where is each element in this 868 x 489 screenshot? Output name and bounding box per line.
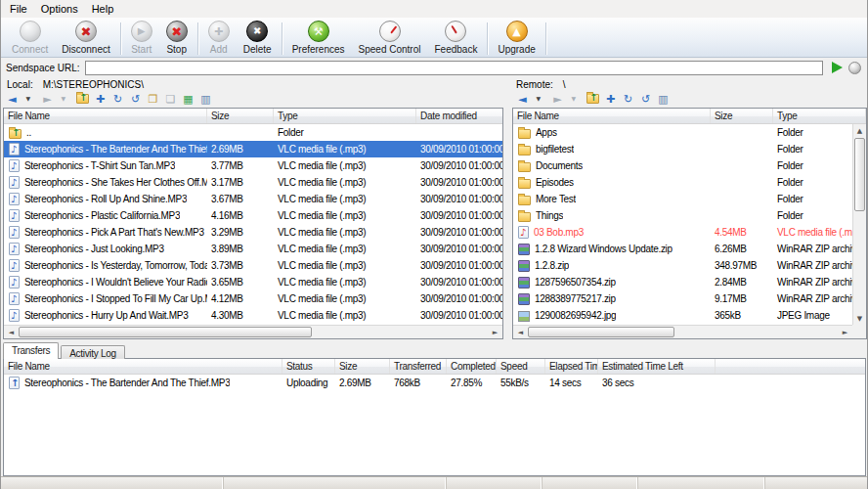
local-forward-button[interactable]: ► (39, 91, 56, 107)
delete-button[interactable]: ✖Delete (237, 20, 279, 55)
file-row[interactable]: ♪Stereophonics - I Stopped To Fill My Ca… (4, 290, 502, 307)
add-button[interactable]: ✚Add (201, 20, 237, 55)
scroll-right-button[interactable]: ► (488, 326, 502, 338)
menu-item-file[interactable]: File (3, 1, 34, 17)
speed-control-button[interactable]: Speed Control (352, 20, 428, 55)
scroll-track[interactable] (528, 326, 838, 338)
column-header-size[interactable]: Size (335, 359, 390, 374)
scroll-right-button[interactable]: ► (838, 326, 852, 338)
column-header-estimated-time-left[interactable]: Estimated Time Left (598, 359, 716, 374)
file-row[interactable]: ThingsFolder (513, 207, 852, 224)
scroll-left-button[interactable]: ◄ (513, 326, 528, 338)
connect-button[interactable]: Connect (5, 20, 55, 55)
remote-sync-button[interactable]: ↺ (637, 91, 654, 107)
file-row[interactable]: ♪Stereophonics - T-Shirt Sun Tan.MP33.77… (4, 157, 502, 174)
remote-forward-history-dropdown[interactable]: ▼ (567, 91, 584, 107)
local-forward-history-dropdown[interactable]: ▼ (57, 91, 73, 107)
file-row[interactable]: ♪Stereophonics - Plastic California.MP34… (4, 207, 502, 224)
preferences-button[interactable]: ⚒Preferences (285, 20, 352, 55)
local-chart-button[interactable]: ▦ (180, 91, 196, 107)
file-row[interactable]: bigfiletestFolder (513, 141, 852, 157)
file-row[interactable]: ♪03 Bob.mp34.54MBVLC media file (.mp3) (513, 224, 852, 241)
status-bar (1, 476, 867, 489)
file-row[interactable]: 1.2.8 Wizard Windows Update.zip6.26MBWin… (513, 241, 852, 257)
scroll-thumb[interactable] (528, 327, 674, 337)
local-paste-button[interactable]: ❏ (162, 91, 179, 107)
scroll-down-button[interactable]: ▼ (853, 312, 866, 325)
disconnect-button[interactable]: ✖Disconnect (55, 20, 116, 55)
remote-back-history-dropdown[interactable]: ▼ (532, 91, 548, 107)
remote-preview-button[interactable]: ▥ (655, 91, 672, 107)
upgrade-button[interactable]: ▲Upgrade (491, 20, 542, 55)
scroll-track[interactable] (19, 326, 488, 338)
sendspace-url-input[interactable] (85, 61, 823, 75)
remote-new-folder-button[interactable]: ✚ (602, 91, 619, 107)
menu-item-help[interactable]: Help (85, 1, 121, 17)
local-list-rows: ↑..Folder♪Stereophonics - The Bartender … (4, 124, 502, 325)
tab-activity-log[interactable]: Activity Log (61, 345, 125, 359)
local-h-scrollbar[interactable]: ◄ ► (4, 325, 502, 338)
local-parent-folder-button[interactable]: ↑ (74, 91, 91, 107)
column-header-elapsed-time[interactable]: Elapsed Time (545, 359, 598, 374)
local-new-folder-button[interactable]: ✚ (92, 91, 108, 107)
file-row[interactable]: 1288389775217.zip9.17MBWinRAR ZIP archiv… (513, 290, 852, 307)
scroll-track[interactable] (853, 137, 866, 312)
file-row[interactable]: More TestFolder (513, 191, 852, 207)
file-name: 1287596507354.zip (535, 277, 616, 288)
file-row[interactable]: ♪Stereophonics - Roll Up And Shine.MP33.… (4, 191, 502, 207)
local-preview-button[interactable]: ▥ (197, 91, 214, 107)
note-glyph: ♪ (11, 177, 17, 189)
file-row[interactable]: ♪Stereophonics - The Bartender And The T… (4, 141, 502, 157)
remote-h-scrollbar[interactable]: ◄ ► (513, 325, 852, 338)
file-row[interactable]: ♪Stereophonics - Just Looking.MP33.89MBV… (4, 241, 502, 257)
file-row[interactable]: ♪Stereophonics - She Takes Her Clothes O… (4, 174, 502, 191)
remote-refresh-button[interactable]: ↻ (620, 91, 636, 107)
file-row[interactable]: ♪Stereophonics - I Wouldn't Believe Your… (4, 274, 502, 290)
local-copy-button[interactable]: ❐ (145, 91, 161, 107)
tab-transfers[interactable]: Transfers (3, 342, 59, 359)
url-go-button[interactable] (830, 61, 844, 74)
column-header-transferred[interactable]: Transferred (390, 359, 447, 374)
file-row[interactable]: ↑..Folder (4, 124, 502, 141)
column-header-file-name[interactable]: File Name (513, 109, 711, 123)
url-history-button[interactable] (848, 62, 861, 74)
column-header-size[interactable]: Size (711, 109, 773, 123)
file-row[interactable]: 1290082695942.jpg365kBJPEG Image (513, 307, 852, 324)
local-back-history-dropdown[interactable]: ▼ (22, 91, 38, 107)
column-header-file-name[interactable]: File Name (4, 109, 207, 123)
stop-button[interactable]: ✖Stop (159, 20, 195, 55)
file-row[interactable]: ♪Stereophonics - Pick A Part That's New.… (4, 224, 502, 241)
scroll-up-button[interactable]: ▲ (853, 124, 866, 137)
remote-back-button[interactable]: ◄ (514, 91, 531, 107)
scroll-thumb[interactable] (854, 138, 865, 211)
start-button[interactable]: ▶Start (124, 20, 159, 55)
local-refresh-button[interactable]: ↻ (109, 91, 126, 107)
remote-forward-button[interactable]: ► (549, 91, 566, 107)
file-row[interactable]: AppsFolder (513, 124, 852, 141)
file-type: Folder (274, 127, 416, 138)
feedback-button[interactable]: Feedback (427, 20, 484, 55)
column-header-size[interactable]: Size (207, 109, 274, 123)
local-back-button[interactable]: ◄ (4, 91, 21, 107)
file-row[interactable]: ♪Stereophonics - Is Yesterday, Tomorrow,… (4, 257, 502, 274)
file-row[interactable]: ♪Stereophonics - Hurry Up And Wait.MP34.… (4, 307, 502, 324)
remote-parent-folder-button[interactable]: ↑ (585, 91, 601, 107)
scroll-thumb[interactable] (19, 327, 312, 337)
column-header-completed[interactable]: Completed (447, 359, 497, 374)
column-header-type[interactable]: Type (773, 109, 866, 123)
column-header-status[interactable]: Status (282, 359, 335, 374)
column-header-speed[interactable]: Speed (497, 359, 545, 374)
file-row[interactable]: 1.2.8.zip348.97MBWinRAR ZIP archive (513, 257, 852, 274)
local-sync-button[interactable]: ↺ (127, 91, 144, 107)
column-header-date-modified[interactable]: Date modified (416, 109, 502, 123)
file-name: Stereophonics - Just Looking.MP3 (24, 244, 164, 254)
column-header-type[interactable]: Type (274, 109, 416, 123)
scroll-left-button[interactable]: ◄ (4, 326, 19, 338)
column-header-file-name[interactable]: File Name (4, 359, 282, 374)
menu-item-options[interactable]: Options (34, 1, 85, 17)
file-row[interactable]: DocumentsFolder (513, 157, 852, 174)
transfer-row[interactable]: ↑Stereophonics - The Bartender And The T… (4, 375, 865, 391)
file-row[interactable]: EpisodesFolder (513, 174, 852, 191)
file-row[interactable]: 1287596507354.zip2.84MBWinRAR ZIP archiv… (513, 274, 852, 290)
remote-v-scrollbar[interactable]: ▲ ▼ (852, 124, 866, 325)
